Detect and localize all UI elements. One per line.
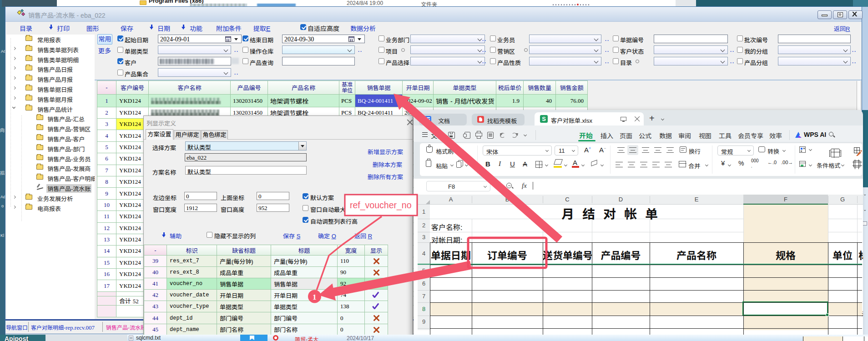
svg-text:1: 1 bbox=[313, 293, 317, 301]
svg-text:ref_voucher_no: ref_voucher_no bbox=[350, 200, 412, 211]
